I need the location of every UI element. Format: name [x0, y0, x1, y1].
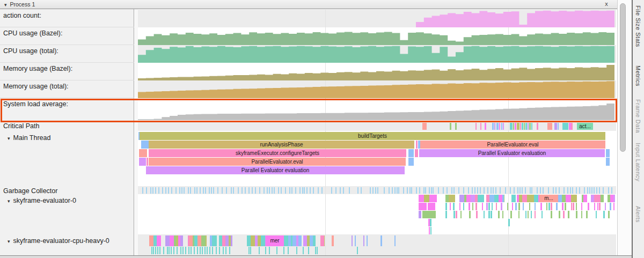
trace-slice[interactable]	[299, 187, 301, 194]
trace-slice[interactable]	[519, 187, 521, 194]
trace-slice[interactable]: ParallelEvaluator.eval	[420, 141, 605, 149]
trace-slice[interactable]	[474, 187, 475, 194]
trace-slice[interactable]	[419, 195, 424, 202]
sidebar-counter-label[interactable]: action count:	[3, 12, 41, 19]
trace-slice[interactable]	[153, 247, 154, 254]
trace-slice[interactable]	[456, 211, 457, 218]
trace-slice[interactable]	[455, 123, 457, 130]
trace-slice[interactable]	[212, 247, 213, 254]
trace-slice[interactable]	[576, 187, 577, 194]
trace-slice[interactable]	[579, 187, 580, 194]
trace-slice[interactable]	[518, 203, 520, 210]
track-row[interactable]	[138, 121, 616, 131]
trace-slice[interactable]	[492, 203, 493, 210]
trace-slice[interactable]	[466, 195, 471, 202]
trace-slice[interactable]	[494, 195, 499, 202]
trace-slice[interactable]	[363, 235, 364, 246]
trace-slice[interactable]	[419, 211, 421, 218]
trace-slice[interactable]	[197, 247, 198, 254]
close-icon[interactable]: x	[602, 1, 611, 9]
trace-slice[interactable]	[295, 187, 296, 194]
trace-slice[interactable]	[522, 187, 523, 194]
trace-slice[interactable]	[460, 211, 462, 218]
trace-slice[interactable]	[207, 247, 208, 254]
trace-slice[interactable]	[581, 203, 583, 210]
trace-slice[interactable]	[375, 187, 376, 194]
trace-slice[interactable]	[408, 149, 414, 157]
trace-slice[interactable]	[565, 203, 566, 210]
trace-slice[interactable]	[463, 203, 465, 210]
trace-slice[interactable]	[278, 187, 279, 194]
trace-slice[interactable]	[507, 203, 509, 210]
trace-slice[interactable]	[423, 187, 425, 194]
trace-slice[interactable]	[571, 123, 573, 130]
trace-slice[interactable]	[492, 123, 494, 130]
trace-slice[interactable]	[197, 235, 201, 246]
trace-slice[interactable]	[563, 211, 565, 218]
trace-slice[interactable]	[522, 195, 527, 202]
trace-slice[interactable]	[248, 247, 250, 254]
trace-slice[interactable]	[394, 187, 396, 194]
trace-slice[interactable]	[317, 247, 318, 254]
trace-slice[interactable]	[570, 187, 571, 194]
trace-slice[interactable]	[517, 187, 518, 194]
trace-slice[interactable]	[594, 203, 596, 210]
process-title[interactable]: ▾Process 1	[4, 1, 35, 8]
trace-slice[interactable]	[487, 187, 488, 194]
trace-slice[interactable]	[572, 187, 573, 194]
trace-slice[interactable]	[302, 187, 303, 194]
trace-slice[interactable]	[431, 187, 432, 194]
trace-slice[interactable]	[606, 158, 610, 166]
trace-slice[interactable]	[597, 203, 599, 210]
trace-slice[interactable]	[171, 247, 172, 254]
sidebar-thread-label[interactable]: Critical Path	[3, 122, 39, 130]
trace-slice[interactable]	[586, 211, 588, 218]
trace-slice[interactable]	[546, 203, 548, 210]
trace-slice[interactable]: m...	[539, 195, 558, 202]
counter-chart[interactable]	[138, 63, 614, 80]
trace-slice[interactable]	[433, 187, 434, 194]
trace-slice[interactable]	[528, 123, 529, 130]
trace-slice[interactable]: skyframeExecutor.configureTargets	[149, 149, 406, 157]
trace-slice[interactable]	[252, 187, 253, 194]
trace-slice[interactable]	[415, 149, 418, 157]
trace-slice[interactable]	[149, 235, 153, 246]
trace-slice[interactable]	[468, 187, 469, 194]
trace-slice[interactable]	[472, 203, 474, 210]
trace-slice[interactable]	[589, 187, 590, 194]
trace-slice[interactable]	[416, 187, 417, 194]
vertical-scrollbar-thumb[interactable]	[620, 3, 626, 152]
sidebar-thread-label[interactable]: ▾Main Thread	[8, 134, 50, 142]
sidebar-thread-label[interactable]: ▾skyframe-evaluator-0	[8, 197, 76, 204]
trace-slice[interactable]	[430, 219, 431, 226]
trace-slice[interactable]	[594, 187, 595, 194]
trace-slice[interactable]	[219, 247, 220, 254]
trace-slice[interactable]	[501, 203, 502, 210]
trace-slice[interactable]	[540, 187, 541, 194]
trace-slice[interactable]	[141, 141, 149, 149]
trace-slice[interactable]	[537, 123, 538, 130]
trace-slice[interactable]	[523, 203, 524, 210]
trace-slice[interactable]	[188, 187, 189, 194]
trace-slice[interactable]	[181, 187, 182, 194]
trace-slice[interactable]	[264, 187, 265, 194]
trace-slice[interactable]	[289, 187, 290, 194]
trace-slice[interactable]	[501, 123, 502, 130]
trace-slice[interactable]	[340, 187, 341, 194]
trace-slice[interactable]	[182, 247, 184, 254]
trace-slice[interactable]	[308, 247, 309, 254]
trace-slice[interactable]	[245, 187, 246, 194]
trace-slice[interactable]	[162, 187, 163, 194]
trace-slice[interactable]	[475, 123, 477, 130]
trace-slice[interactable]	[324, 235, 325, 246]
trace-slice[interactable]	[581, 211, 583, 218]
trace-slice[interactable]	[425, 187, 426, 194]
trace-slice[interactable]	[529, 195, 533, 202]
trace-slice[interactable]	[429, 187, 430, 194]
trace-slice[interactable]	[209, 247, 210, 254]
trace-slice[interactable]	[530, 187, 531, 194]
trace-slice[interactable]	[459, 203, 461, 210]
trace-slice[interactable]	[548, 187, 549, 194]
trace-slice[interactable]	[599, 187, 600, 194]
horizontal-scrollbar[interactable]	[0, 255, 632, 258]
